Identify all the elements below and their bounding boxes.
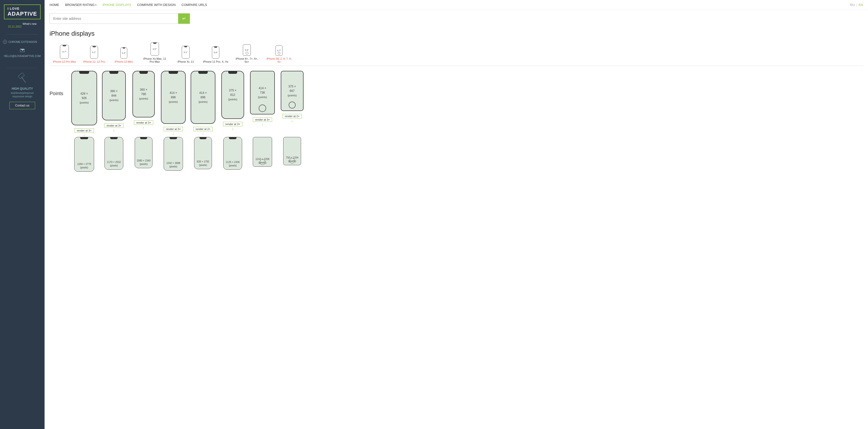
render-arrow-0: ↓: [83, 133, 85, 137]
sidebar: I LOVE ADAP TIVE 22.11.2021 What's new ✦…: [0, 0, 44, 429]
contact-button[interactable]: Contact us: [9, 102, 35, 109]
nav-browser-rating[interactable]: BROWSER RATING ▾: [65, 3, 97, 7]
home-button-7: [278, 52, 280, 55]
bottom-dims-4: 828 × 1792(pixels): [197, 160, 209, 167]
logo-line2: ADAP: [7, 11, 24, 17]
phone-name-0[interactable]: iPhone 12 Pro Max: [53, 60, 76, 63]
svg-rect-0: [18, 73, 25, 79]
phone-notch-2: [123, 48, 125, 49]
points-dims-7: 375 × 667(points): [287, 84, 298, 98]
phone-size-label-0: 6.7": [62, 51, 66, 53]
phone-name-6[interactable]: iPhone 8+, 7+, 6+, 6s+: [233, 57, 260, 63]
phone-points-card-4: 414 × 896(points) render at 2× ↓: [188, 71, 218, 135]
bottom-dims-2: 1080 × 2340(pixels): [137, 159, 151, 166]
render-arrow-7: ↓: [291, 118, 293, 123]
phone-silhouette-0: 6.7": [60, 45, 69, 59]
sidebar-nav: ✦ CHROME EXTENSION HELLO@ILOVEADAPTIVE.C…: [2, 38, 42, 59]
render-badge-6: render at 3×: [253, 117, 272, 122]
phone-name-3[interactable]: iPhone Xs Max, 11 Pro Max: [141, 57, 168, 63]
chrome-icon: ✦: [3, 40, 7, 44]
notch-bottom-2: [140, 137, 147, 139]
logo[interactable]: I LOVE ADAP TIVE: [4, 4, 40, 19]
notch-points-4: [198, 71, 208, 74]
render-arrow-3: ↓: [172, 131, 174, 135]
render-badge-4: render at 2×: [193, 127, 213, 131]
lang-ru[interactable]: RU: [850, 3, 855, 7]
bottom-dims-3: 1242 × 2688(pixels): [166, 161, 180, 168]
phone-size-label-2: 5.4": [122, 52, 126, 54]
phones-top-row: 6.7" iPhone 12 Pro Max 6.1" iPhone 12, 1…: [50, 42, 863, 66]
phone-name-5[interactable]: iPhone 11 Pro, X, Xs: [203, 60, 228, 63]
render-badge-7: render at 2×: [282, 114, 302, 118]
phone-silhouette-1: 6.1": [90, 46, 98, 59]
hammer-icon: [16, 72, 28, 85]
render-badge-2: render at 3×: [134, 120, 153, 125]
sidebar-email[interactable]: HELLO@ILOVEADAPTIVE.COM: [2, 47, 42, 59]
phone-bottom-sil-7: 750 × 1334(pixels): [283, 137, 301, 165]
phone-size-label-3: 6.5": [153, 48, 157, 50]
phone-bottom-card-5: 1125 × 2436(pixels): [218, 137, 248, 172]
phone-big-sil-3: 414 × 896(points): [161, 71, 186, 124]
nav-compare-design[interactable]: COMPARE WITH DESIGN: [137, 3, 176, 7]
notch-bottom-4: [199, 137, 207, 139]
phone-bottom-sil-0: 1284 × 2778(pixels): [74, 137, 94, 172]
phone-size-label-7: 4.7": [277, 49, 281, 52]
phone-bottom-sil-6: 1242 × 2208(pixels): [253, 137, 272, 167]
search-button[interactable]: ↵: [178, 13, 190, 24]
phone-bottom-card-6: 1242 × 2208(pixels): [248, 137, 277, 172]
sidebar-chrome-extension[interactable]: ✦ CHROME EXTENSION: [2, 38, 42, 45]
points-dims-1: 390 × 844(points): [108, 89, 120, 102]
phone-silhouette-5: 5.8": [212, 46, 219, 59]
main-content: HOME BROWSER RATING ▾ IPHONE DISPLAYS CO…: [44, 0, 868, 429]
notch-points-2: [140, 71, 148, 74]
points-dims-5: 375 × 812(points): [227, 88, 238, 101]
phone-size-label-1: 6.1": [92, 51, 96, 54]
phone-top-card-3: 6.5" iPhone Xs Max, 11 Pro Max: [138, 42, 171, 63]
phone-big-sil-1: 390 × 844(points): [102, 71, 126, 120]
nav-home[interactable]: HOME: [50, 3, 59, 7]
points-section: Points 428 × 926(points) render at 3× ↓ …: [50, 66, 863, 137]
chrome-ext-label: CHROME EXTENSION: [8, 40, 37, 43]
phone-points-card-1: 390 × 844(points) render at 3× ↓: [99, 71, 129, 132]
phone-points-card-5: 375 × 812(points) render at 3× ↓: [218, 71, 248, 130]
search-input[interactable]: [50, 13, 178, 24]
points-phones: 428 × 926(points) render at 3× ↓ 390 × 8…: [69, 71, 307, 137]
phone-name-4[interactable]: iPhone Xr, 11: [178, 60, 194, 63]
home-btn-points-7: [289, 101, 296, 109]
phone-silhouette-2: 5.4": [120, 47, 127, 59]
lang-sep: |: [856, 3, 857, 7]
phone-notch-4: [184, 46, 187, 47]
phone-name-1[interactable]: iPhone 12, 12 Pro: [83, 60, 105, 63]
notch-points-3: [168, 71, 178, 74]
notch-bottom-5: [229, 137, 237, 139]
nav-iphone-displays[interactable]: IPHONE DISPLAYS: [102, 3, 131, 7]
quality-label: HIGH QUALITY: [12, 87, 33, 90]
phone-top-card-6: 5.5" iPhone 8+, 7+, 6+, 6s+: [231, 44, 263, 63]
phone-name-2[interactable]: iPhone 12 Mini: [115, 60, 133, 63]
phone-notch-0: [63, 45, 66, 46]
render-badge-5: render at 3×: [223, 122, 242, 126]
phone-top-card-2: 5.4" iPhone 12 Mini: [109, 47, 138, 63]
nav-compare-urls[interactable]: COMPARE URLS: [182, 3, 207, 7]
phone-big-sil-5: 375 × 812(points): [221, 71, 244, 119]
points-dims-3: 414 × 896(points): [167, 91, 179, 104]
phone-notch-3: [153, 42, 156, 44]
logo-line1: I LOVE: [7, 7, 37, 11]
lang-en[interactable]: EN: [859, 3, 863, 7]
phone-bottom-card-4: 828 × 1792(pixels): [188, 137, 218, 172]
email-icon: [20, 49, 25, 52]
bottom-dims-0: 1284 × 2778(pixels): [77, 162, 91, 170]
notch-bottom-0: [80, 137, 88, 139]
whats-new-label: What's new: [23, 22, 37, 25]
render-arrow-1: ↓: [113, 128, 115, 132]
phone-bottom-card-3: 1242 × 2688(pixels): [158, 137, 188, 172]
quality-desc: test/develop/improve responsive design: [11, 91, 34, 98]
phone-bottom-card-0: 1284 × 2778(pixels): [69, 137, 99, 172]
phone-points-card-0: 428 × 926(points) render at 3× ↓: [69, 71, 99, 137]
phone-name-7[interactable]: iPhone SE 2, 8, 7, 6, 6s: [266, 57, 292, 63]
phones-section: 6.7" iPhone 12 Pro Max 6.1" iPhone 12, 1…: [44, 42, 868, 172]
phone-bottom-card-2: 1080 × 2340(pixels): [129, 137, 158, 172]
phone-bottom-card-7: 750 × 1334(pixels): [277, 137, 307, 172]
notch-bottom-3: [169, 137, 177, 139]
phone-size-label-5: 5.8": [214, 51, 218, 54]
